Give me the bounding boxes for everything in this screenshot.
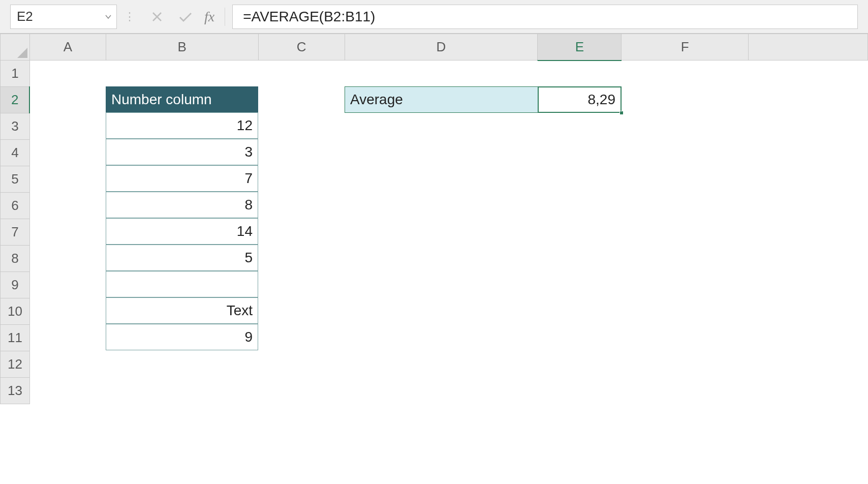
row-header-6[interactable]: 6 bbox=[1, 193, 30, 219]
name-box[interactable]: E2 bbox=[10, 5, 117, 29]
insert-function-icon[interactable]: fx bbox=[204, 9, 214, 25]
formula-input[interactable] bbox=[242, 5, 857, 28]
cell[interactable] bbox=[749, 219, 868, 246]
row-header-3[interactable]: 3 bbox=[1, 113, 30, 140]
cell[interactable] bbox=[622, 351, 749, 378]
cell[interactable] bbox=[622, 193, 749, 219]
column-header-A[interactable]: A bbox=[29, 34, 106, 60]
cell[interactable] bbox=[345, 193, 538, 219]
cell[interactable] bbox=[538, 325, 622, 351]
cell[interactable] bbox=[29, 298, 106, 325]
table-cell[interactable]: 12 bbox=[106, 112, 258, 139]
cell[interactable] bbox=[29, 325, 106, 351]
cell[interactable] bbox=[29, 87, 106, 113]
cell[interactable] bbox=[538, 193, 622, 219]
cell[interactable] bbox=[538, 60, 622, 87]
cell[interactable] bbox=[622, 113, 749, 140]
cell[interactable] bbox=[258, 298, 345, 325]
column-header-extra[interactable] bbox=[749, 34, 868, 60]
cell[interactable] bbox=[345, 60, 538, 87]
name-box-dropdown-icon[interactable] bbox=[105, 14, 111, 19]
cell[interactable] bbox=[538, 140, 622, 166]
select-all-cell[interactable] bbox=[1, 34, 30, 60]
cell[interactable] bbox=[345, 378, 538, 404]
cell[interactable] bbox=[106, 351, 258, 378]
cell[interactable] bbox=[538, 113, 622, 140]
cell[interactable] bbox=[749, 298, 868, 325]
cell[interactable] bbox=[29, 166, 106, 193]
cell[interactable] bbox=[258, 272, 345, 298]
cell[interactable] bbox=[749, 113, 868, 140]
cell[interactable] bbox=[749, 140, 868, 166]
cell[interactable] bbox=[29, 113, 106, 140]
cell[interactable] bbox=[258, 113, 345, 140]
row-header-8[interactable]: 8 bbox=[1, 246, 30, 272]
row-header-9[interactable]: 9 bbox=[1, 272, 30, 298]
cell[interactable] bbox=[258, 219, 345, 246]
cell[interactable] bbox=[29, 219, 106, 246]
table-cell[interactable]: 14 bbox=[106, 218, 258, 245]
cell[interactable] bbox=[345, 113, 538, 140]
cell[interactable] bbox=[538, 219, 622, 246]
row-header-11[interactable]: 11 bbox=[1, 325, 30, 351]
cell[interactable] bbox=[345, 325, 538, 351]
row-header-7[interactable]: 7 bbox=[1, 219, 30, 246]
cell[interactable] bbox=[749, 272, 868, 298]
table-cell[interactable]: Text bbox=[106, 297, 258, 324]
cell[interactable] bbox=[749, 246, 868, 272]
cell[interactable] bbox=[622, 298, 749, 325]
row-header-2[interactable]: 2 bbox=[1, 87, 30, 113]
cell[interactable] bbox=[29, 193, 106, 219]
table-cell[interactable] bbox=[106, 271, 258, 297]
cell[interactable] bbox=[749, 87, 868, 113]
cell[interactable] bbox=[345, 298, 538, 325]
cell[interactable] bbox=[538, 351, 622, 378]
table-cell[interactable]: 8 bbox=[106, 192, 258, 218]
cell[interactable] bbox=[749, 166, 868, 193]
cell[interactable] bbox=[622, 272, 749, 298]
cell[interactable] bbox=[29, 378, 106, 404]
cancel-icon[interactable] bbox=[147, 7, 167, 26]
cell[interactable] bbox=[345, 166, 538, 193]
cell[interactable] bbox=[258, 60, 345, 87]
cell[interactable] bbox=[29, 351, 106, 378]
cell[interactable] bbox=[538, 378, 622, 404]
column-header-B[interactable]: B bbox=[106, 34, 258, 60]
column-header-F[interactable]: F bbox=[622, 34, 749, 60]
cell[interactable] bbox=[345, 140, 538, 166]
enter-icon[interactable] bbox=[176, 7, 195, 26]
average-label-cell[interactable]: Average bbox=[345, 86, 538, 113]
cell[interactable] bbox=[622, 246, 749, 272]
cell[interactable] bbox=[258, 325, 345, 351]
average-value-cell[interactable]: 8,29 bbox=[538, 86, 622, 113]
row-header-5[interactable]: 5 bbox=[1, 166, 30, 193]
cell[interactable] bbox=[345, 246, 538, 272]
cell[interactable] bbox=[258, 166, 345, 193]
cell[interactable] bbox=[622, 325, 749, 351]
cell[interactable] bbox=[29, 246, 106, 272]
table-cell[interactable]: 3 bbox=[106, 139, 258, 165]
cell[interactable] bbox=[258, 140, 345, 166]
fill-handle[interactable] bbox=[619, 111, 624, 115]
cell[interactable] bbox=[622, 87, 749, 113]
cell[interactable] bbox=[622, 140, 749, 166]
row-header-4[interactable]: 4 bbox=[1, 140, 30, 166]
cell[interactable] bbox=[538, 272, 622, 298]
table-cell[interactable]: 7 bbox=[106, 165, 258, 192]
row-header-12[interactable]: 12 bbox=[1, 351, 30, 378]
cell[interactable] bbox=[345, 272, 538, 298]
cell[interactable] bbox=[749, 193, 868, 219]
cell[interactable] bbox=[345, 219, 538, 246]
cell[interactable] bbox=[749, 325, 868, 351]
table-cell[interactable]: 5 bbox=[106, 245, 258, 271]
column-header-D[interactable]: D bbox=[345, 34, 538, 60]
row-header-13[interactable]: 13 bbox=[1, 378, 30, 404]
cell[interactable] bbox=[29, 140, 106, 166]
cell[interactable] bbox=[622, 378, 749, 404]
table-cell[interactable]: 9 bbox=[106, 324, 258, 350]
cell[interactable] bbox=[749, 60, 868, 87]
cell[interactable] bbox=[538, 246, 622, 272]
cell[interactable] bbox=[29, 60, 106, 87]
cell[interactable] bbox=[258, 378, 345, 404]
cell[interactable] bbox=[622, 219, 749, 246]
